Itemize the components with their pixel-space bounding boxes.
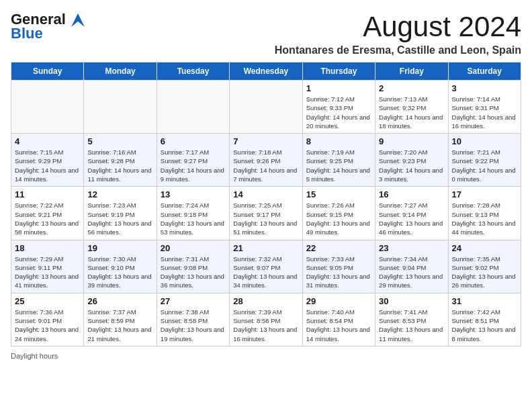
calendar-cell: 24Sunrise: 7:35 AM Sunset: 9:02 PM Dayli… <box>448 240 521 293</box>
calendar-cell: 3Sunrise: 7:14 AM Sunset: 9:31 PM Daylig… <box>448 81 521 134</box>
day-info: Sunrise: 7:42 AM Sunset: 8:51 PM Dayligh… <box>452 308 517 343</box>
day-number: 13 <box>161 189 226 199</box>
day-number: 28 <box>233 296 298 306</box>
day-info: Sunrise: 7:30 AM Sunset: 9:10 PM Dayligh… <box>87 255 152 290</box>
day-info: Sunrise: 7:35 AM Sunset: 9:02 PM Dayligh… <box>452 255 517 290</box>
day-info: Sunrise: 7:26 AM Sunset: 9:15 PM Dayligh… <box>306 201 371 236</box>
day-info: Sunrise: 7:31 AM Sunset: 9:08 PM Dayligh… <box>161 255 226 290</box>
day-info: Sunrise: 7:23 AM Sunset: 9:19 PM Dayligh… <box>87 201 152 236</box>
day-info: Sunrise: 7:17 AM Sunset: 9:27 PM Dayligh… <box>161 148 226 183</box>
day-info: Sunrise: 7:24 AM Sunset: 9:18 PM Dayligh… <box>161 201 226 236</box>
footer: Daylight hours <box>11 352 521 360</box>
calendar-cell <box>11 81 84 134</box>
calendar-cell: 9Sunrise: 7:20 AM Sunset: 9:23 PM Daylig… <box>375 134 448 187</box>
calendar-cell: 20Sunrise: 7:31 AM Sunset: 9:08 PM Dayli… <box>157 240 229 293</box>
calendar-cell: 30Sunrise: 7:41 AM Sunset: 8:53 PM Dayli… <box>375 293 448 346</box>
day-number: 6 <box>161 136 226 146</box>
day-number: 12 <box>87 189 152 199</box>
calendar-cell: 25Sunrise: 7:36 AM Sunset: 9:01 PM Dayli… <box>11 293 84 346</box>
day-info: Sunrise: 7:13 AM Sunset: 9:32 PM Dayligh… <box>379 95 444 130</box>
calendar-cell: 6Sunrise: 7:17 AM Sunset: 9:27 PM Daylig… <box>157 134 229 187</box>
day-info: Sunrise: 7:25 AM Sunset: 9:17 PM Dayligh… <box>233 201 298 236</box>
calendar-cell: 15Sunrise: 7:26 AM Sunset: 9:15 PM Dayli… <box>302 187 375 240</box>
day-number: 10 <box>452 136 517 146</box>
calendar-cell: 16Sunrise: 7:27 AM Sunset: 9:14 PM Dayli… <box>375 187 448 240</box>
day-info: Sunrise: 7:38 AM Sunset: 8:58 PM Dayligh… <box>161 308 226 343</box>
day-info: Sunrise: 7:33 AM Sunset: 9:05 PM Dayligh… <box>306 255 371 290</box>
calendar-week-3: 11Sunrise: 7:22 AM Sunset: 9:21 PM Dayli… <box>11 187 521 240</box>
calendar-cell: 13Sunrise: 7:24 AM Sunset: 9:18 PM Dayli… <box>157 187 229 240</box>
calendar-cell: 8Sunrise: 7:19 AM Sunset: 9:25 PM Daylig… <box>302 134 375 187</box>
day-info: Sunrise: 7:12 AM Sunset: 9:33 PM Dayligh… <box>306 95 371 130</box>
calendar-cell: 29Sunrise: 7:40 AM Sunset: 8:54 PM Dayli… <box>302 293 375 346</box>
day-number: 18 <box>15 243 80 253</box>
day-info: Sunrise: 7:15 AM Sunset: 9:29 PM Dayligh… <box>15 148 80 183</box>
day-info: Sunrise: 7:28 AM Sunset: 9:13 PM Dayligh… <box>452 201 517 236</box>
calendar-cell: 21Sunrise: 7:32 AM Sunset: 9:07 PM Dayli… <box>230 240 302 293</box>
day-number: 14 <box>233 189 298 199</box>
calendar-cell: 19Sunrise: 7:30 AM Sunset: 9:10 PM Dayli… <box>84 240 157 293</box>
subtitle: Hontanares de Eresma, Castille and Leon,… <box>275 44 521 56</box>
day-info: Sunrise: 7:37 AM Sunset: 8:59 PM Dayligh… <box>87 308 152 343</box>
calendar-cell: 12Sunrise: 7:23 AM Sunset: 9:19 PM Dayli… <box>84 187 157 240</box>
calendar-cell: 23Sunrise: 7:34 AM Sunset: 9:04 PM Dayli… <box>375 240 448 293</box>
daylight-label: Daylight hours <box>11 352 58 360</box>
calendar-cell: 2Sunrise: 7:13 AM Sunset: 9:32 PM Daylig… <box>375 81 448 134</box>
day-number: 3 <box>452 83 517 93</box>
day-number: 8 <box>306 136 371 146</box>
day-number: 15 <box>306 189 371 199</box>
day-number: 30 <box>379 296 444 306</box>
col-header-monday: Monday <box>84 62 157 81</box>
day-info: Sunrise: 7:29 AM Sunset: 9:11 PM Dayligh… <box>15 255 80 290</box>
day-number: 2 <box>379 83 444 93</box>
calendar-cell: 10Sunrise: 7:21 AM Sunset: 9:22 PM Dayli… <box>448 134 521 187</box>
calendar-cell <box>230 81 302 134</box>
logo-bird-icon <box>71 13 86 27</box>
day-number: 31 <box>452 296 517 306</box>
day-number: 21 <box>233 243 298 253</box>
calendar-cell: 27Sunrise: 7:38 AM Sunset: 8:58 PM Dayli… <box>157 293 229 346</box>
calendar-cell: 5Sunrise: 7:16 AM Sunset: 9:28 PM Daylig… <box>84 134 157 187</box>
calendar-cell: 26Sunrise: 7:37 AM Sunset: 8:59 PM Dayli… <box>84 293 157 346</box>
day-info: Sunrise: 7:18 AM Sunset: 9:26 PM Dayligh… <box>233 148 298 183</box>
calendar-cell: 22Sunrise: 7:33 AM Sunset: 9:05 PM Dayli… <box>302 240 375 293</box>
calendar-cell: 4Sunrise: 7:15 AM Sunset: 9:29 PM Daylig… <box>11 134 84 187</box>
day-info: Sunrise: 7:27 AM Sunset: 9:14 PM Dayligh… <box>379 201 444 236</box>
col-header-saturday: Saturday <box>448 62 521 81</box>
day-info: Sunrise: 7:34 AM Sunset: 9:04 PM Dayligh… <box>379 255 444 290</box>
day-number: 7 <box>233 136 298 146</box>
day-info: Sunrise: 7:22 AM Sunset: 9:21 PM Dayligh… <box>15 201 80 236</box>
calendar-cell: 14Sunrise: 7:25 AM Sunset: 9:17 PM Dayli… <box>230 187 302 240</box>
calendar-cell: 7Sunrise: 7:18 AM Sunset: 9:26 PM Daylig… <box>230 134 302 187</box>
calendar-week-4: 18Sunrise: 7:29 AM Sunset: 9:11 PM Dayli… <box>11 240 521 293</box>
day-number: 23 <box>379 243 444 253</box>
day-number: 24 <box>452 243 517 253</box>
day-number: 1 <box>306 83 371 93</box>
day-info: Sunrise: 7:41 AM Sunset: 8:53 PM Dayligh… <box>379 308 444 343</box>
day-info: Sunrise: 7:36 AM Sunset: 9:01 PM Dayligh… <box>15 308 80 343</box>
day-number: 29 <box>306 296 371 306</box>
calendar-cell: 11Sunrise: 7:22 AM Sunset: 9:21 PM Dayli… <box>11 187 84 240</box>
day-info: Sunrise: 7:19 AM Sunset: 9:25 PM Dayligh… <box>306 148 371 183</box>
main-title: August 2024 <box>275 11 521 43</box>
col-header-tuesday: Tuesday <box>157 62 229 81</box>
day-number: 27 <box>161 296 226 306</box>
calendar-cell: 18Sunrise: 7:29 AM Sunset: 9:11 PM Dayli… <box>11 240 84 293</box>
day-info: Sunrise: 7:21 AM Sunset: 9:22 PM Dayligh… <box>452 148 517 183</box>
col-header-wednesday: Wednesday <box>230 62 302 81</box>
day-number: 19 <box>87 243 152 253</box>
day-number: 5 <box>87 136 152 146</box>
svg-marker-0 <box>71 13 85 27</box>
calendar-week-1: 1Sunrise: 7:12 AM Sunset: 9:33 PM Daylig… <box>11 81 521 134</box>
day-info: Sunrise: 7:20 AM Sunset: 9:23 PM Dayligh… <box>379 148 444 183</box>
calendar-cell: 31Sunrise: 7:42 AM Sunset: 8:51 PM Dayli… <box>448 293 521 346</box>
col-header-thursday: Thursday <box>302 62 375 81</box>
day-number: 22 <box>306 243 371 253</box>
calendar-cell: 17Sunrise: 7:28 AM Sunset: 9:13 PM Dayli… <box>448 187 521 240</box>
calendar-cell <box>157 81 229 134</box>
col-header-friday: Friday <box>375 62 448 81</box>
title-block: August 2024 Hontanares de Eresma, Castil… <box>275 11 521 56</box>
calendar-cell: 28Sunrise: 7:39 AM Sunset: 8:56 PM Dayli… <box>230 293 302 346</box>
day-info: Sunrise: 7:39 AM Sunset: 8:56 PM Dayligh… <box>233 308 298 343</box>
day-number: 25 <box>15 296 80 306</box>
